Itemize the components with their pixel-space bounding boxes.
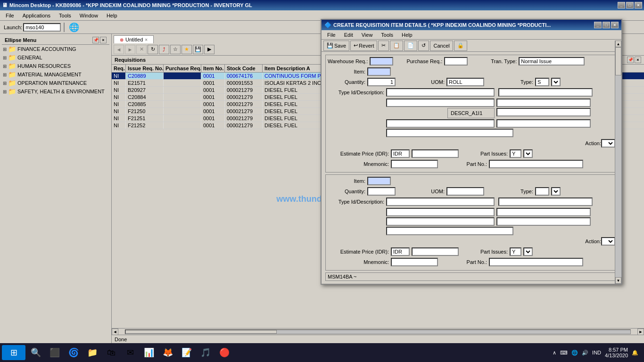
tab-untitled[interactable]: ⊗ Untitled × — [114, 35, 154, 43]
nav-home-button[interactable]: ⤴ — [159, 45, 169, 54]
desc-input-1[interactable] — [386, 99, 495, 107]
globe-button[interactable]: 🌐 — [67, 21, 81, 34]
save-button[interactable]: 💾 Save — [323, 41, 349, 51]
nav-print-button[interactable]: ▶ — [204, 45, 215, 54]
empty-input-1b[interactable] — [496, 119, 591, 128]
menu-applications[interactable]: Applications — [19, 12, 54, 19]
action-select[interactable] — [601, 139, 615, 148]
desc-s2-input-2[interactable] — [386, 217, 495, 226]
empty-input-1[interactable] — [386, 119, 495, 128]
desc-s2-input-1b[interactable] — [496, 208, 591, 216]
sidebar-item-material[interactable]: ⊞ 📁 MATERIAL MANAGEMENT — [2, 70, 109, 79]
type-select[interactable] — [551, 78, 561, 86]
desc-s2-input-2b[interactable] — [496, 217, 591, 226]
launch-input[interactable] — [23, 23, 61, 32]
tab-close-button[interactable]: × — [145, 37, 148, 42]
dialog-maximize-button[interactable]: □ — [603, 22, 610, 28]
uom-input-2[interactable] — [446, 187, 484, 196]
req-close-button[interactable]: × — [635, 57, 641, 63]
item-input-2[interactable] — [367, 177, 391, 185]
dialog-menu-edit[interactable]: Edit — [340, 32, 357, 38]
lock-button[interactable]: 🔒 — [454, 41, 467, 51]
part-issues-input[interactable] — [510, 149, 521, 158]
part-issues-select-2[interactable] — [523, 247, 533, 256]
taskbar-app1[interactable]: 🔴 — [216, 345, 233, 360]
taskbar-up-arrow[interactable]: ∧ — [553, 350, 556, 356]
taskbar-explorer[interactable]: 📁 — [84, 345, 101, 360]
taskbar-notification-icon[interactable]: 🔔 — [632, 350, 638, 356]
taskbar-edge[interactable]: 🌀 — [65, 345, 82, 360]
scroll-right-button[interactable]: ► — [637, 329, 644, 335]
empty-input-2[interactable] — [386, 129, 513, 137]
cancel-button[interactable]: Cancel — [430, 41, 453, 51]
req-pin-button[interactable]: 📌 — [627, 57, 634, 63]
sidebar-item-general[interactable]: ⊞ 📁 GENERAL — [2, 53, 109, 62]
purchase-req-input[interactable] — [444, 57, 468, 66]
taskbar-word[interactable]: 📝 — [178, 345, 195, 360]
nav-bookmark-button[interactable]: ☆ — [170, 45, 181, 54]
scroll-down-button[interactable]: ▼ — [615, 277, 621, 284]
nav-stop-button[interactable]: ✕ — [136, 45, 147, 54]
minimize-button[interactable]: _ — [618, 2, 625, 8]
type-input-2[interactable] — [535, 187, 549, 196]
type-input[interactable] — [535, 78, 549, 86]
quantity-input[interactable] — [367, 78, 396, 86]
sidebar-item-operation[interactable]: ⊞ 📁 OPERATION MAINTENANCE — [2, 79, 109, 87]
sidebar-item-hr[interactable]: ⊞ 📁 HUMAN RESOURCES — [2, 62, 109, 70]
dialog-menu-file[interactable]: File — [323, 32, 339, 38]
action-select-2[interactable] — [601, 237, 615, 246]
type-id-input[interactable] — [386, 88, 495, 97]
scroll-left-button[interactable]: ◄ — [112, 329, 118, 335]
undo-button[interactable]: ↺ — [418, 41, 429, 51]
taskbar-store[interactable]: 🛍 — [103, 345, 120, 360]
menu-window[interactable]: Window — [76, 12, 102, 19]
part-issues-select[interactable] — [523, 149, 533, 158]
warehouse-req-input[interactable] — [370, 57, 393, 66]
menu-help[interactable]: Help — [103, 12, 121, 19]
desc-input-1b[interactable] — [496, 99, 591, 107]
revert-button[interactable]: ↩ Revert — [350, 41, 377, 51]
type-id-desc-2[interactable] — [498, 197, 593, 206]
maximize-button[interactable]: □ — [626, 2, 634, 8]
uom-input[interactable] — [446, 78, 484, 86]
copy-button[interactable]: 📋 — [390, 41, 403, 51]
sidebar-item-safety[interactable]: ⊞ 📁 SAFETY, HEALTH & ENVIRONMENT — [2, 87, 109, 96]
taskbar-search[interactable]: 🔍 — [27, 345, 44, 360]
desc-s2-input-1[interactable] — [386, 208, 495, 216]
sidebar-pin-button[interactable]: 📌 — [92, 37, 99, 43]
taskbar-task-view[interactable]: ⬛ — [46, 345, 63, 360]
type-select-2[interactable] — [551, 187, 561, 196]
paste-button[interactable]: 📄 — [404, 41, 417, 51]
start-button[interactable]: ⊞ — [2, 345, 25, 360]
part-no-input-2[interactable] — [489, 258, 583, 266]
dialog-menu-view[interactable]: View — [358, 32, 377, 38]
close-button[interactable]: × — [635, 2, 642, 8]
menu-file[interactable]: File — [2, 12, 18, 19]
scroll-up-button[interactable]: ▲ — [615, 41, 621, 47]
desc-s2-input-3[interactable] — [386, 227, 513, 235]
dialog-menu-tools[interactable]: Tools — [377, 32, 397, 38]
descr-button[interactable]: DESCR_A1I1 — [447, 108, 495, 118]
type-id-desc-input[interactable] — [498, 88, 593, 97]
sidebar-close-button[interactable]: × — [100, 37, 107, 43]
dialog-close-button[interactable]: × — [611, 22, 619, 28]
nav-save-button[interactable]: 💾 — [193, 45, 203, 54]
menu-tools[interactable]: Tools — [55, 12, 75, 19]
desc-input-2[interactable] — [496, 108, 591, 116]
taskbar-excel[interactable]: 📊 — [140, 345, 157, 360]
taskbar-media[interactable]: 🎵 — [197, 345, 214, 360]
cut-button[interactable]: ✂ — [378, 41, 389, 51]
quantity-input-2[interactable] — [367, 187, 396, 196]
estimate-input[interactable] — [412, 149, 459, 158]
dialog-minimize-button[interactable]: _ — [594, 22, 602, 28]
nav-favorite-button[interactable]: ★ — [182, 45, 192, 54]
mnemonic-input[interactable] — [391, 160, 438, 168]
part-no-input[interactable] — [489, 160, 583, 168]
mnemonic-input-2[interactable] — [391, 258, 438, 266]
horizontal-scrollbar[interactable]: ◄ ► — [112, 328, 644, 335]
estimate-input-2[interactable] — [412, 247, 459, 256]
dialog-menu-help[interactable]: Help — [398, 32, 416, 38]
sidebar-item-finance[interactable]: ⊞ 📁 FINANCE ACCOUNTING — [2, 45, 109, 53]
part-issues-input-2[interactable] — [510, 247, 521, 256]
nav-forward-button[interactable]: ► — [125, 45, 135, 54]
